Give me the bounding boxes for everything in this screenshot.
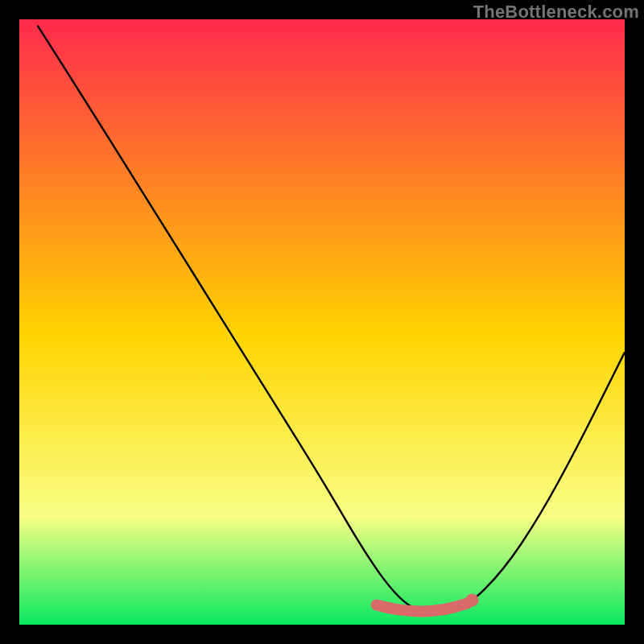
chart-svg xyxy=(19,19,625,625)
optimal-range-end-dot xyxy=(465,593,478,606)
chart-frame: TheBottleneck.com xyxy=(0,0,644,644)
plot-area xyxy=(19,19,625,625)
gradient-background xyxy=(19,19,625,625)
